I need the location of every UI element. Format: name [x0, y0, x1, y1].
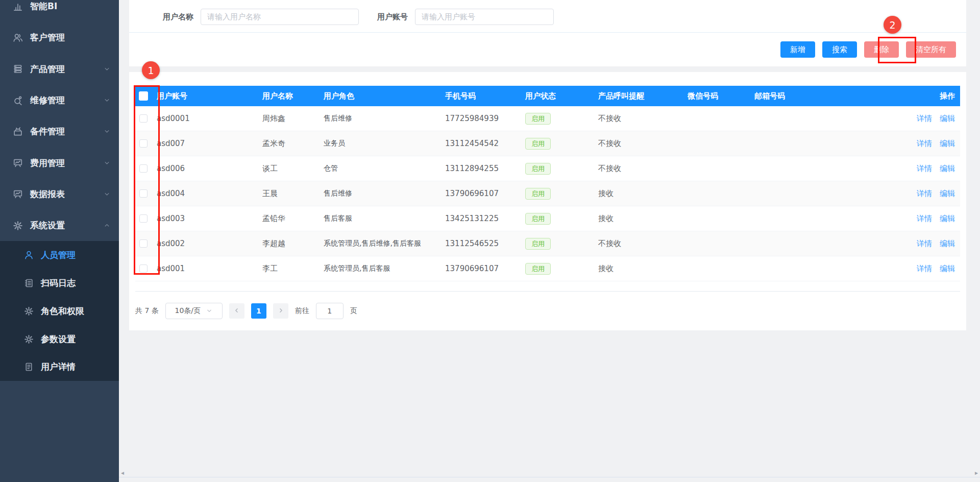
status-badge: 启用: [525, 113, 551, 125]
current-page-button[interactable]: 1: [251, 303, 266, 319]
detail-link[interactable]: 详情: [917, 114, 932, 124]
goto-label: 前往: [295, 306, 309, 316]
column-header-ops: 操作: [886, 91, 960, 101]
cell-name: 王晨: [257, 189, 318, 199]
sidebar-subitem-label: 用户详情: [41, 361, 76, 373]
cell-role: 仓管: [318, 164, 440, 173]
sidebar-item-settings[interactable]: 系统设置: [0, 210, 119, 241]
row-checkbox[interactable]: [139, 139, 148, 148]
cell-role: 售后维修: [318, 114, 440, 123]
edit-link[interactable]: 编辑: [940, 164, 955, 174]
edit-link[interactable]: 编辑: [940, 214, 955, 224]
chevron-down-icon: [103, 159, 111, 167]
cell-role: 系统管理员,售后客服: [318, 264, 440, 273]
table-row: asd006谈工仓管13112894255启用不接收详情编辑: [135, 156, 960, 181]
username-label: 用户名称: [163, 12, 193, 22]
row-checkbox[interactable]: [139, 264, 148, 273]
scroll-right-arrow-icon[interactable]: ▸: [975, 469, 978, 477]
edit-link[interactable]: 编辑: [940, 114, 955, 124]
status-badge: 启用: [525, 213, 551, 225]
cell-call-notify: 不接收: [593, 139, 682, 149]
status-badge: 启用: [525, 163, 551, 175]
add-button[interactable]: 新增: [780, 41, 815, 58]
sidebar-item-label: 数据报表: [30, 188, 65, 200]
cell-status: 启用: [520, 213, 593, 225]
cell-phone: 13790696107: [440, 189, 520, 198]
sidebar-item-label: 智能BI: [30, 1, 57, 12]
status-badge: 启用: [525, 238, 551, 250]
sidebar-item-reports[interactable]: 数据报表: [0, 179, 119, 210]
cell-role: 售后客服: [318, 214, 440, 223]
detail-link[interactable]: 详情: [917, 164, 932, 174]
select-all-checkbox[interactable]: [139, 91, 148, 101]
sidebar-subitem-scan-log[interactable]: 扫码日志: [0, 269, 119, 297]
status-badge: 启用: [525, 263, 551, 275]
cell-name: 孟铅华: [257, 214, 318, 224]
cell-ops: 详情编辑: [886, 139, 960, 149]
sidebar-subitem-label: 参数设置: [41, 333, 76, 345]
username-input[interactable]: [201, 9, 359, 25]
row-checkbox[interactable]: [139, 239, 148, 248]
row-checkbox[interactable]: [139, 114, 148, 123]
next-page-button[interactable]: [273, 303, 288, 319]
account-input[interactable]: [415, 9, 554, 25]
sidebar-subitem-user-detail[interactable]: 用户详情: [0, 353, 119, 381]
filter-panel: 用户名称 用户账号 新增 搜索 删除 清空所有: [129, 0, 966, 66]
edit-link[interactable]: 编辑: [940, 189, 955, 199]
cell-status: 启用: [520, 113, 593, 125]
cell-status: 启用: [520, 263, 593, 275]
table-row: asd0001周炜鑫售后维修17725984939启用不接收详情编辑: [135, 106, 960, 131]
sidebar-item-repair[interactable]: 维修管理: [0, 85, 119, 116]
sidebar-item-products[interactable]: 产品管理: [0, 54, 119, 85]
goto-page-input[interactable]: [316, 303, 344, 319]
table-row: asd007孟米奇业务员13112454542启用不接收详情编辑: [135, 131, 960, 156]
detail-link[interactable]: 详情: [917, 189, 932, 199]
cell-call-notify: 不接收: [593, 239, 682, 249]
sidebar-item-customers[interactable]: 客户管理: [0, 22, 119, 53]
clear-all-button[interactable]: 清空所有: [906, 41, 956, 58]
scroll-left-arrow-icon[interactable]: ◂: [121, 469, 124, 477]
edit-link[interactable]: 编辑: [940, 139, 955, 149]
cell-account: asd007: [152, 139, 257, 148]
prev-page-button[interactable]: [229, 303, 244, 319]
customers-icon: [12, 32, 23, 43]
edit-link[interactable]: 编辑: [940, 264, 955, 274]
sidebar-item-bi[interactable]: 智能BI: [0, 0, 119, 22]
sidebar-item-expense[interactable]: 费用管理: [0, 147, 119, 178]
header-checkbox-cell: [135, 91, 152, 101]
cell-call-notify: 不接收: [593, 114, 682, 124]
sidebar-item-spare-parts[interactable]: 备件管理: [0, 116, 119, 147]
cell-status: 启用: [520, 138, 593, 150]
sidebar-subitem-staff[interactable]: 人员管理: [0, 241, 119, 269]
cell-role: 系统管理员,售后维修,售后客服: [318, 239, 440, 248]
table-body: asd0001周炜鑫售后维修17725984939启用不接收详情编辑asd007…: [135, 106, 960, 281]
cell-call-notify: 接收: [593, 214, 682, 224]
detail-link[interactable]: 详情: [917, 239, 932, 249]
detail-link[interactable]: 详情: [917, 214, 932, 224]
sidebar-item-label: 客户管理: [30, 32, 65, 43]
detail-link[interactable]: 详情: [917, 264, 932, 274]
chevron-right-icon: [277, 307, 284, 316]
row-checkbox-cell: [135, 239, 152, 248]
delete-button[interactable]: 删除: [864, 41, 899, 58]
table-row: asd002李超越系统管理员,售后维修,售后客服13112546525启用不接收…: [135, 231, 960, 256]
sidebar-subitem-label: 角色和权限: [41, 305, 84, 317]
chevron-down-icon: [103, 128, 111, 135]
row-checkbox-cell: [135, 214, 152, 223]
board-chart-icon: [12, 188, 23, 200]
page-size-value: 10条/页: [175, 306, 201, 316]
status-badge: 启用: [525, 138, 551, 150]
search-button[interactable]: 搜索: [822, 41, 857, 58]
page-size-select[interactable]: 10条/页: [165, 303, 223, 319]
cell-phone: 13112894255: [440, 164, 520, 173]
chevron-left-icon: [233, 307, 240, 316]
edit-link[interactable]: 编辑: [940, 239, 955, 249]
detail-link[interactable]: 详情: [917, 139, 932, 149]
goto-page-suffix: 页: [350, 306, 357, 316]
horizontal-scrollbar[interactable]: ◂ ▸: [119, 469, 980, 477]
row-checkbox[interactable]: [139, 189, 148, 198]
sidebar-subitem-params[interactable]: 参数设置: [0, 325, 119, 353]
row-checkbox[interactable]: [139, 214, 148, 223]
sidebar-subitem-roles[interactable]: 角色和权限: [0, 297, 119, 325]
row-checkbox[interactable]: [139, 164, 148, 173]
